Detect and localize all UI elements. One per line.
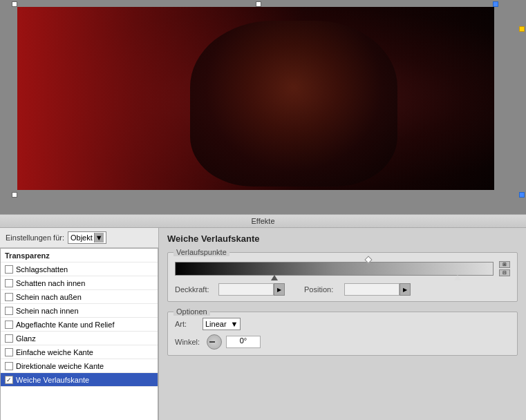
- checkbox-schein-nach-innen[interactable]: [5, 307, 13, 315]
- settings-dropdown-arrow[interactable]: ▼: [94, 233, 104, 242]
- opacity-label: Deckkraft:: [175, 285, 213, 294]
- handle-top-center[interactable]: [256, 1, 261, 7]
- checkbox-weiche-verlaufskante[interactable]: [5, 376, 13, 384]
- gradient-stop-left[interactable]: [271, 275, 278, 280]
- panel-area: Einstellungen für: Objekt ▼ TransparenzS…: [0, 228, 526, 420]
- effects-list-item-abgeflachte-kante[interactable]: Abgeflachte Kante und Relief: [1, 318, 158, 332]
- effects-item-label-einfache-weiche-kante: Einfache weiche Kante: [16, 348, 93, 356]
- winkel-row: Winkel: 0°: [175, 334, 510, 350]
- gradient-fields-row: Deckkraft: ▶ Position: ▶: [175, 283, 510, 296]
- position-arrow[interactable]: ▶: [400, 283, 411, 296]
- gradient-icon-bottom[interactable]: ⊟: [499, 269, 510, 276]
- effects-item-label-direktionale-weiche-kante: Direktionale weiche Kante: [16, 362, 104, 370]
- checkbox-schatten-nach-innen[interactable]: [5, 279, 13, 287]
- angle-dial[interactable]: [207, 334, 222, 350]
- checkbox-abgeflachte-kante[interactable]: [5, 321, 13, 329]
- effects-item-label-abgeflachte-kante: Abgeflachte Kante und Relief: [16, 321, 115, 329]
- gradient-stop-right[interactable]: [454, 275, 461, 280]
- gradient-diamond-handle[interactable]: [365, 256, 373, 263]
- right-panel: Weiche Verlaufskante Verlaufspunkte ⊞ ⊟ …: [159, 228, 526, 420]
- winkel-label: Winkel:: [175, 338, 203, 346]
- effects-item-label-glanz: Glanz: [16, 334, 36, 343]
- handle-bottom-right[interactable]: [519, 192, 525, 198]
- angle-value: 0°: [240, 336, 247, 345]
- effects-list-item-direktionale-weiche-kante[interactable]: Direktionale weiche Kante: [1, 359, 158, 373]
- face-silhouette: [190, 21, 397, 187]
- effects-list-item-einfache-weiche-kante[interactable]: Einfache weiche Kante: [1, 345, 158, 359]
- effects-item-label-schein-nach-aussen: Schein nach außen: [16, 293, 82, 301]
- art-label: Art:: [175, 320, 196, 328]
- effects-title-bar: Effekte: [0, 214, 526, 228]
- checkbox-schlagschatten[interactable]: [5, 265, 13, 274]
- angle-arrow-indicator: [209, 341, 215, 343]
- position-label: Position:: [304, 285, 339, 294]
- angle-input[interactable]: 0°: [226, 336, 261, 348]
- gradient-track[interactable]: [175, 262, 494, 276]
- gradient-points-group: Verlaufspunkte ⊞ ⊟ Deckkraft: ▶ P: [167, 252, 518, 302]
- effects-list-item-weiche-verlaufskante[interactable]: Weiche Verlaufskante: [1, 373, 158, 387]
- handle-right-yellow[interactable]: [519, 26, 525, 32]
- checkbox-einfache-weiche-kante[interactable]: [5, 348, 13, 356]
- canvas-image: [17, 7, 494, 190]
- options-label: Optionen: [173, 307, 210, 316]
- checkbox-direktionale-weiche-kante[interactable]: [5, 362, 13, 370]
- gradient-slider-container: ⊞ ⊟: [175, 261, 510, 276]
- options-art-row: Art: Linear ▼: [175, 318, 510, 330]
- options-group: Optionen Art: Linear ▼ Winkel: 0°: [167, 312, 518, 356]
- effects-item-label-schatten-nach-innen: Schatten nach innen: [16, 279, 85, 287]
- handle-top-left[interactable]: [12, 1, 17, 7]
- effects-list-item-transparenz[interactable]: Transparenz: [1, 249, 158, 262]
- settings-row: Einstellungen für: Objekt ▼: [0, 228, 158, 248]
- canvas-area: [0, 0, 526, 214]
- position-field: ▶: [344, 283, 411, 296]
- effects-item-label-schein-nach-innen: Schein nach innen: [16, 307, 79, 315]
- effects-list: TransparenzSchlagschattenSchatten nach i…: [0, 248, 158, 420]
- art-dropdown-value: Linear: [205, 320, 227, 328]
- handle-top-right[interactable]: [493, 1, 498, 7]
- effects-list-item-schein-nach-aussen[interactable]: Schein nach außen: [1, 290, 158, 304]
- effects-list-item-schlagschatten[interactable]: Schlagschatten: [1, 262, 158, 276]
- effects-title-text: Effekte: [251, 217, 274, 225]
- effects-item-label-transparenz: Transparenz: [5, 251, 50, 260]
- position-input[interactable]: [344, 283, 400, 296]
- checkbox-glanz[interactable]: [5, 334, 13, 343]
- left-panel: Einstellungen für: Objekt ▼ TransparenzS…: [0, 228, 159, 420]
- gradient-icon-top[interactable]: ⊞: [499, 261, 510, 268]
- gradient-points-label: Verlaufspunkte: [173, 248, 229, 256]
- effects-item-label-weiche-verlaufskante: Weiche Verlaufskante: [16, 376, 89, 384]
- art-dropdown[interactable]: Linear ▼: [203, 318, 241, 330]
- effects-list-item-schein-nach-innen[interactable]: Schein nach innen: [1, 304, 158, 318]
- effects-item-label-schlagschatten: Schlagschatten: [16, 265, 68, 274]
- right-panel-title: Weiche Verlaufskante: [167, 233, 518, 244]
- art-dropdown-arrow[interactable]: ▼: [231, 320, 238, 328]
- checkbox-schein-nach-aussen[interactable]: [5, 293, 13, 301]
- opacity-arrow[interactable]: ▶: [274, 283, 285, 296]
- effects-list-item-schatten-nach-innen[interactable]: Schatten nach innen: [1, 276, 158, 290]
- settings-dropdown[interactable]: Objekt ▼: [68, 231, 106, 244]
- opacity-input[interactable]: [218, 283, 274, 296]
- gradient-icons: ⊞ ⊟: [499, 261, 510, 276]
- settings-dropdown-value: Objekt: [71, 233, 93, 242]
- settings-label: Einstellungen für:: [6, 233, 64, 242]
- handle-bottom-left[interactable]: [12, 192, 17, 198]
- opacity-field: ▶: [218, 283, 285, 296]
- effects-list-item-glanz[interactable]: Glanz: [1, 332, 158, 345]
